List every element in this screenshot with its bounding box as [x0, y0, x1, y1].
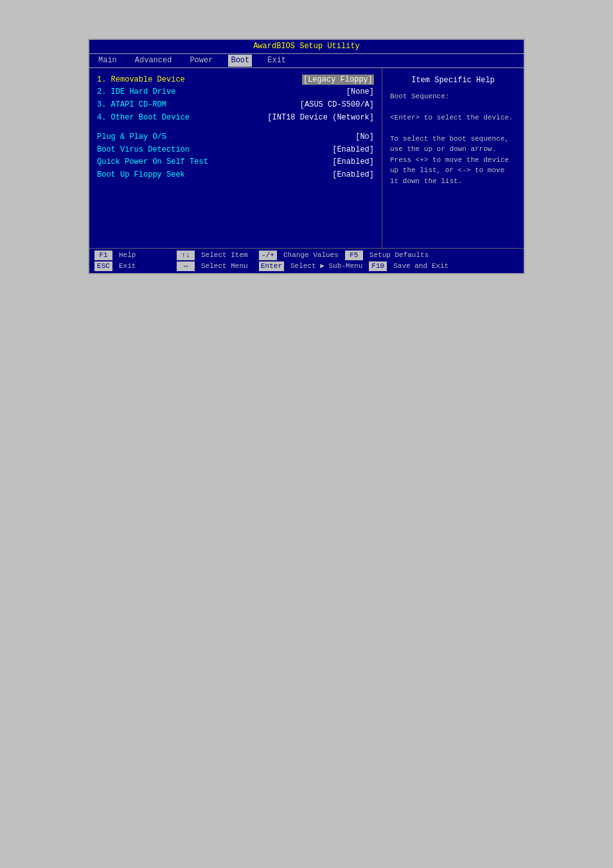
menu-advanced[interactable]: Advanced — [132, 55, 175, 67]
setting-ide[interactable]: 2. IDE Hard Drive [None] — [97, 87, 374, 98]
setting-name-virus: Boot Virus Detection — [97, 145, 213, 155]
menu-exit[interactable]: Exit — [265, 55, 289, 67]
setting-value-pnp: [No] — [355, 132, 374, 143]
setting-value-removable: [Legacy Floppy] — [302, 75, 374, 85]
setting-pnp[interactable]: Plug & Play O/S [No] — [97, 132, 374, 143]
key-enter: Enter — [259, 261, 284, 271]
desc-change-values: Change Values — [283, 251, 339, 260]
setting-name-floppy-seek: Boot Up Floppy Seek — [97, 170, 213, 181]
setting-value-floppy-seek: [Enabled] — [332, 170, 374, 181]
help-title: Item Specific Help — [390, 75, 516, 86]
bios-content-area: 1. Removable Device [Legacy Floppy] 2. I… — [89, 68, 524, 248]
desc-exit: Exit — [119, 261, 170, 271]
menu-bar[interactable]: Main Advanced Power Boot Exit — [89, 54, 524, 68]
setting-atapi[interactable]: 3. ATAPI CD-ROM [ASUS CD-S500/A] — [97, 100, 374, 111]
key-updown: ↑↓ — [177, 251, 195, 260]
menu-boot[interactable]: Boot — [228, 55, 252, 67]
desc-help: Help — [119, 251, 170, 260]
desc-setup-defaults: Setup Defaults — [369, 251, 429, 260]
setting-virus[interactable]: Boot Virus Detection [Enabled] — [97, 145, 374, 155]
footer-row-2: ESC Exit ↔ Select Menu Enter Select ▶ Su… — [94, 261, 519, 271]
key-f5: F5 — [345, 251, 363, 260]
spacer-1 — [97, 125, 374, 130]
setting-other[interactable]: 4. Other Boot Device [INT18 Device (Netw… — [97, 112, 374, 123]
setting-value-ide: [None] — [346, 87, 374, 98]
desc-select-submenu: Select ▶ Sub-Menu — [290, 261, 362, 271]
setting-name-ide: 2. IDE Hard Drive — [97, 87, 213, 98]
bios-title: AwardBIOS Setup Utility — [89, 40, 524, 54]
settings-list: 1. Removable Device [Legacy Floppy] 2. I… — [97, 75, 374, 181]
setting-post[interactable]: Quick Power On Self Test [Enabled] — [97, 157, 374, 168]
key-esc: ESC — [94, 261, 112, 271]
setting-value-atapi: [ASUS CD-S500/A] — [300, 100, 374, 111]
bios-window: AwardBIOS Setup Utility Main Advanced Po… — [88, 39, 525, 274]
footer-row-1: F1 Help ↑↓ Select Item -/+ Change Values… — [94, 251, 519, 260]
key-f10: F10 — [369, 261, 387, 271]
menu-main[interactable]: Main — [96, 55, 120, 67]
setting-name-other: 4. Other Boot Device — [97, 112, 213, 123]
menu-power[interactable]: Power — [187, 55, 215, 67]
desc-select-menu: Select Menu — [201, 261, 253, 271]
key-f1: F1 — [94, 251, 112, 260]
desc-select-item: Select Item — [201, 251, 253, 260]
setting-name-post: Quick Power On Self Test — [97, 157, 213, 168]
key-leftright: ↔ — [177, 261, 195, 271]
setting-name-pnp: Plug & Play O/S — [97, 132, 213, 143]
setting-value-virus: [Enabled] — [332, 145, 374, 155]
title-text: AwardBIOS Setup Utility — [253, 42, 360, 51]
setting-value-post: [Enabled] — [332, 157, 374, 168]
setting-name-removable: 1. Removable Device — [97, 75, 213, 85]
bios-footer: F1 Help ↑↓ Select Item -/+ Change Values… — [89, 248, 524, 274]
settings-panel: 1. Removable Device [Legacy Floppy] 2. I… — [89, 68, 382, 248]
setting-name-atapi: 3. ATAPI CD-ROM — [97, 100, 213, 111]
key-change: -/+ — [259, 251, 277, 260]
help-content: Boot Sequence: <Enter> to select the dev… — [390, 91, 516, 187]
setting-value-other: [INT18 Device (Network] — [267, 112, 374, 123]
setting-floppy-seek[interactable]: Boot Up Floppy Seek [Enabled] — [97, 170, 374, 181]
setting-removable[interactable]: 1. Removable Device [Legacy Floppy] — [97, 75, 374, 85]
desc-save-exit: Save and Exit — [393, 261, 449, 271]
help-panel: Item Specific Help Boot Sequence: <Enter… — [382, 68, 524, 248]
